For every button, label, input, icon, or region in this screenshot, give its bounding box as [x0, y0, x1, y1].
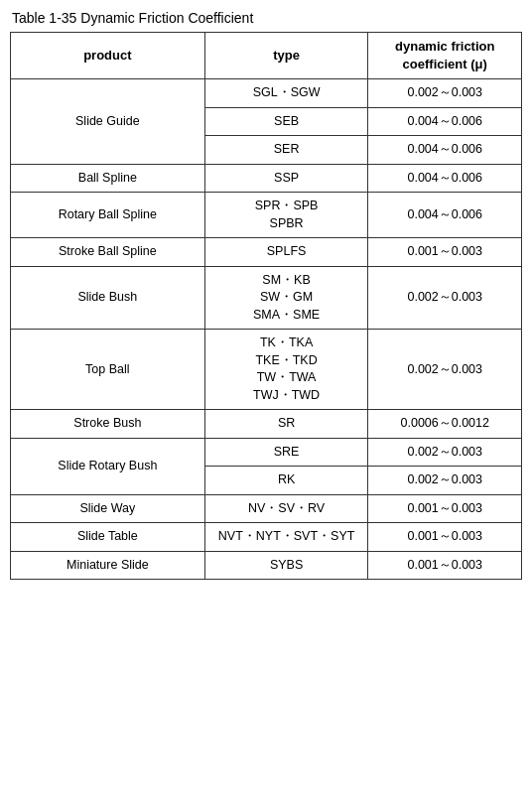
- header-coefficient: dynamic friction coefficient (μ): [368, 33, 522, 79]
- table-row: Slide WayNV・SV・RV0.001～0.003: [11, 494, 522, 523]
- type-cell: SEB: [204, 107, 368, 136]
- table-title: Table 1-35 Dynamic Friction Coefficient: [10, 10, 522, 26]
- type-cell: SGL・SGW: [204, 79, 368, 108]
- coefficient-cell: 0.001～0.003: [368, 523, 522, 552]
- product-cell: Miniature Slide: [11, 551, 205, 580]
- type-cell: SSP: [204, 164, 368, 193]
- product-cell: Slide Rotary Bush: [11, 438, 205, 494]
- type-cell: NVT・NYT・SVT・SYT: [204, 523, 368, 552]
- table-row: Ball SplineSSP0.004～0.006: [11, 164, 522, 193]
- type-cell: SM・KBSW・GMSMA・SME: [204, 266, 368, 330]
- type-cell: RK: [204, 467, 368, 495]
- type-cell: SPR・SPBSPBR: [204, 193, 368, 238]
- product-cell: Slide Table: [11, 523, 205, 552]
- type-cell: SPLFS: [204, 238, 368, 267]
- type-cell: TK・TKATKE・TKDTW・TWATWJ・TWD: [204, 330, 368, 410]
- coefficient-cell: 0.002～0.003: [368, 438, 522, 467]
- product-cell: Slide Guide: [11, 79, 205, 165]
- table-row: Stroke BushSR0.0006～0.0012: [11, 410, 522, 439]
- table-row: Slide BushSM・KBSW・GMSMA・SME0.002～0.003: [11, 266, 522, 330]
- header-type: type: [204, 33, 368, 79]
- product-cell: Stroke Ball Spline: [11, 238, 205, 267]
- table-row: Stroke Ball SplineSPLFS0.001～0.003: [11, 238, 522, 267]
- coefficient-cell: 0.001～0.003: [368, 494, 522, 523]
- friction-table: product type dynamic friction coefficien…: [10, 32, 522, 580]
- type-cell: NV・SV・RV: [204, 494, 368, 523]
- product-cell: Top Ball: [11, 330, 205, 410]
- product-cell: Slide Bush: [11, 266, 205, 330]
- type-cell: SRE: [204, 438, 368, 467]
- product-cell: Slide Way: [11, 494, 205, 523]
- header-product: product: [11, 33, 205, 79]
- type-cell: SYBS: [204, 551, 368, 580]
- type-cell: SR: [204, 410, 368, 439]
- coefficient-cell: 0.0006～0.0012: [368, 410, 522, 439]
- coefficient-cell: 0.002～0.003: [368, 467, 522, 495]
- coefficient-cell: 0.004～0.006: [368, 107, 522, 136]
- coefficient-cell: 0.001～0.003: [368, 238, 522, 267]
- coefficient-cell: 0.002～0.003: [368, 266, 522, 330]
- table-row: Rotary Ball SplineSPR・SPBSPBR0.004～0.006: [11, 193, 522, 238]
- coefficient-cell: 0.001～0.003: [368, 551, 522, 580]
- table-row: Slide GuideSGL・SGW0.002～0.003: [11, 79, 522, 108]
- coefficient-cell: 0.004～0.006: [368, 136, 522, 165]
- type-cell: SER: [204, 136, 368, 165]
- coefficient-cell: 0.004～0.006: [368, 193, 522, 238]
- coefficient-cell: 0.002～0.003: [368, 330, 522, 410]
- table-row: Slide TableNVT・NYT・SVT・SYT0.001～0.003: [11, 523, 522, 552]
- coefficient-cell: 0.004～0.006: [368, 164, 522, 193]
- product-cell: Rotary Ball Spline: [11, 193, 205, 238]
- product-cell: Stroke Bush: [11, 410, 205, 439]
- table-row: Miniature SlideSYBS0.001～0.003: [11, 551, 522, 580]
- product-cell: Ball Spline: [11, 164, 205, 193]
- table-row: Slide Rotary BushSRE0.002～0.003: [11, 438, 522, 467]
- coefficient-cell: 0.002～0.003: [368, 79, 522, 108]
- table-row: Top BallTK・TKATKE・TKDTW・TWATWJ・TWD0.002～…: [11, 330, 522, 410]
